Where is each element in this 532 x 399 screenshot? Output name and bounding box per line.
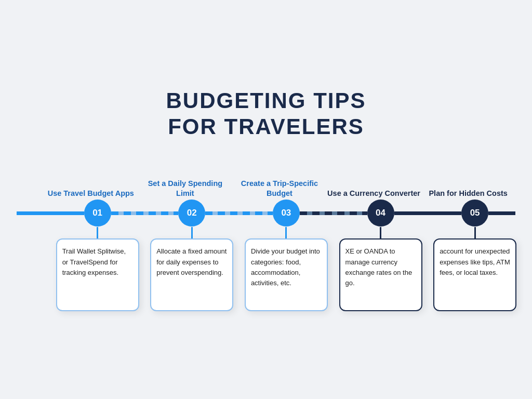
seg-1	[111, 211, 179, 215]
card-wrap-4: XE or OANDA to manage currency exchange …	[367, 227, 394, 311]
seg-5	[488, 211, 515, 215]
node-5: 05	[461, 200, 488, 227]
seg-0	[17, 211, 84, 215]
card-wrap-5: account for unexpected expenses like tip…	[461, 227, 488, 311]
node-3: 03	[273, 200, 300, 227]
label-2: Set a Daily Spending Limit	[138, 168, 233, 199]
node-1: 01	[84, 200, 111, 227]
page-container: BUDGETING TIPS FOR TRAVELERS Use Travel …	[0, 0, 532, 399]
tail-5	[474, 227, 476, 238]
card-3: Divide your budget into categories: food…	[245, 238, 328, 311]
label-3: Create a Trip-Specific Budget	[232, 168, 327, 199]
page-title: BUDGETING TIPS FOR TRAVELERS	[166, 88, 366, 140]
seg-3	[300, 211, 367, 215]
timeline-wrapper: Use Travel Budget Apps Set a Daily Spend…	[17, 168, 515, 311]
label-col-1: Use Travel Budget Apps	[44, 168, 138, 199]
node-4: 04	[367, 200, 394, 227]
label-col-3: Create a Trip-Specific Budget	[232, 168, 327, 199]
seg-4	[394, 211, 462, 215]
label-1: Use Travel Budget Apps	[48, 168, 134, 199]
label-col-5: Plan for Hidden Costs	[421, 168, 515, 199]
card-2: Allocate a fixed amount for daily expens…	[150, 238, 233, 311]
card-4: XE or OANDA to manage currency exchange …	[339, 238, 422, 311]
label-4: Use a Currency Converter	[327, 168, 420, 199]
tail-2	[191, 227, 193, 238]
bar-row: 01 02 03 04	[17, 199, 515, 227]
label-col-2: Set a Daily Spending Limit	[138, 168, 233, 199]
card-wrap-1: Trail Wallet Splitwise, or TravelSpend f…	[84, 227, 111, 311]
main-layout: BUDGETING TIPS FOR TRAVELERS Use Travel …	[17, 88, 515, 312]
card-wrap-3: Divide your budget into categories: food…	[273, 227, 300, 311]
tail-4	[380, 227, 381, 238]
node-2: 02	[178, 200, 205, 227]
tail-1	[97, 227, 98, 238]
tail-3	[285, 227, 287, 238]
card-1: Trail Wallet Splitwise, or TravelSpend f…	[56, 238, 139, 311]
card-wrap-2: Allocate a fixed amount for daily expens…	[178, 227, 205, 311]
seg-2	[205, 211, 273, 215]
label-5: Plan for Hidden Costs	[429, 168, 507, 199]
label-col-4: Use a Currency Converter	[327, 168, 421, 199]
top-labels-row: Use Travel Budget Apps Set a Daily Spend…	[17, 168, 515, 199]
cards-row: Trail Wallet Splitwise, or TravelSpend f…	[17, 227, 515, 311]
card-5: account for unexpected expenses like tip…	[433, 238, 516, 311]
